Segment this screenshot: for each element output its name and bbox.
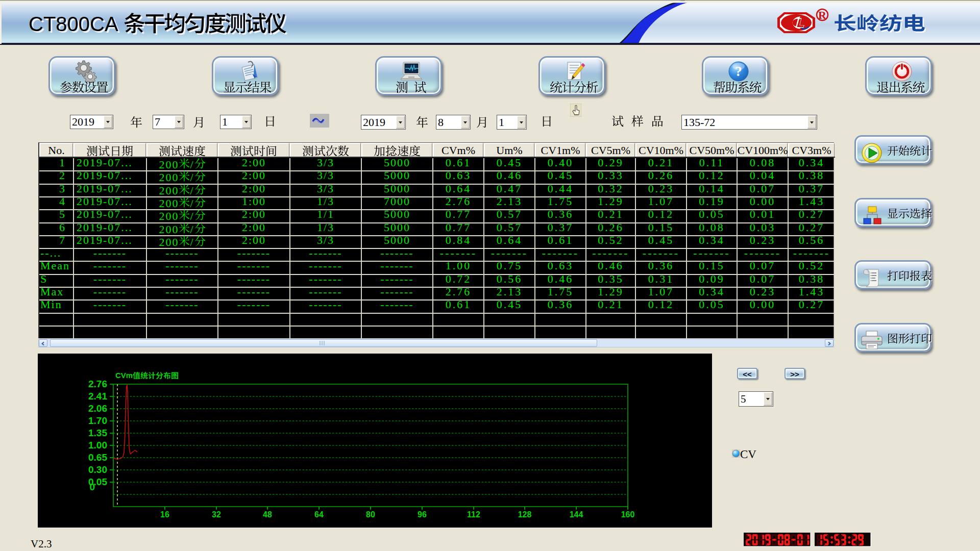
- svg-text:1.35: 1.35: [88, 428, 107, 438]
- svg-text:R: R: [818, 9, 827, 21]
- svg-text:32: 32: [212, 510, 221, 519]
- svg-text:48: 48: [263, 510, 272, 519]
- svg-text:?: ?: [735, 64, 742, 79]
- svg-text:96: 96: [418, 510, 427, 519]
- svg-text:1.70: 1.70: [88, 415, 107, 426]
- svg-text:0: 0: [89, 482, 95, 492]
- svg-text:112: 112: [467, 510, 480, 519]
- svg-text:CVm: CVm: [115, 371, 133, 380]
- svg-text:144: 144: [570, 510, 583, 519]
- svg-text:2.41: 2.41: [88, 391, 107, 402]
- svg-text:80: 80: [366, 510, 375, 519]
- svg-text:0.30: 0.30: [88, 464, 107, 475]
- svg-text:2.76: 2.76: [88, 379, 107, 389]
- svg-text:160: 160: [621, 510, 635, 519]
- svg-text:2.06: 2.06: [88, 403, 107, 414]
- svg-text:128: 128: [518, 510, 532, 519]
- svg-text:0.65: 0.65: [88, 452, 107, 463]
- svg-text:1.00: 1.00: [88, 440, 107, 450]
- svg-text:16: 16: [160, 510, 169, 519]
- svg-text:64: 64: [314, 510, 324, 519]
